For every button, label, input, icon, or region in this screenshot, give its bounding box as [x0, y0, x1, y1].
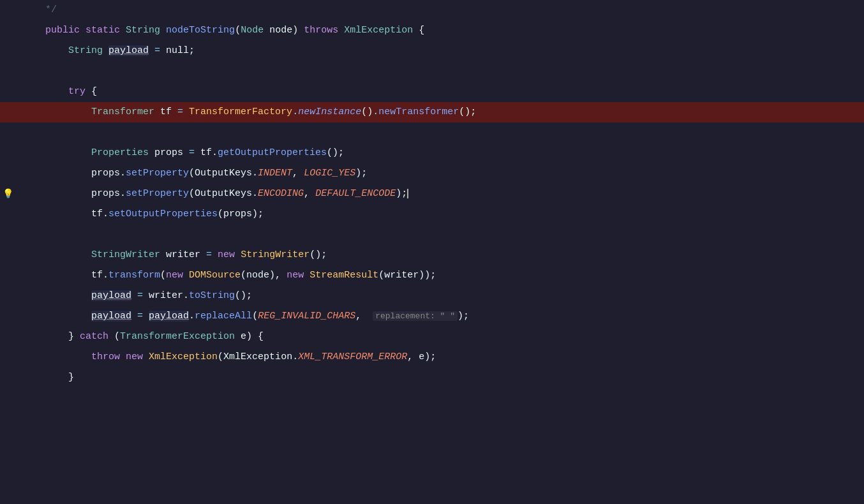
token-constant: REG_INVALID_CHARS [258, 311, 355, 322]
token-plain [143, 352, 149, 362]
token-plain: () [361, 107, 373, 117]
token-plain [212, 249, 218, 260]
token-kw: public [45, 25, 80, 36]
token-method: setOutputProperties [108, 209, 218, 219]
code-line: throw new XmlException(XmlException.XML_… [0, 347, 864, 367]
token-plain [45, 45, 68, 56]
token-plain: tf [154, 107, 177, 117]
token-param-hint: replacement: " " [373, 311, 458, 321]
code-line: public static String nodeToString(Node n… [0, 20, 864, 41]
token-plain [45, 311, 91, 322]
token-plain: node) [264, 25, 304, 36]
token-plain: { [413, 25, 424, 36]
token-plain: ( [108, 331, 120, 342]
line-content: props.setProperty(OutputKeys.ENCODING, D… [35, 186, 864, 202]
token-plain [235, 249, 241, 260]
token-plain: (OutputKeys. [189, 168, 258, 179]
line-content: } catch (TransformerException e) { [35, 329, 864, 345]
token-plain: (); [309, 249, 327, 260]
token-class-name: DOMSource [189, 270, 241, 281]
token-kw: new [166, 270, 183, 281]
token-constant: DEFAULT_ENCODE [315, 188, 396, 199]
token-plain [183, 107, 189, 117]
token-plain: writer. [143, 290, 189, 301]
line-content: StringWriter writer = new StringWriter()… [35, 248, 864, 263]
token-exception: XmlException [344, 25, 413, 36]
line-content: public static String nodeToString(Node n… [35, 23, 864, 38]
token-plain: (); [327, 147, 344, 158]
token-plain [45, 290, 91, 301]
code-line: payload = writer.toString(); [0, 286, 864, 306]
token-plain [131, 290, 137, 301]
token-method: newTransformer [378, 107, 459, 117]
token-plain [45, 352, 91, 362]
token-method-italic: newInstance [298, 107, 361, 117]
code-line: Transformer tf = TransformerFactory.newI… [0, 102, 864, 122]
line-content: tf.transform(new DOMSource(node), new St… [35, 268, 864, 283]
token-type: Transformer [91, 107, 154, 117]
token-plain: props. [45, 168, 126, 179]
code-line: String payload = null; [0, 41, 864, 61]
token-plain: ); [396, 188, 407, 199]
token-plain: (node), [241, 270, 287, 281]
token-plain: (props); [218, 209, 264, 219]
token-class-name: XmlException [149, 352, 218, 362]
token-punct: . [292, 107, 298, 117]
code-line: } catch (TransformerException e) { [0, 327, 864, 347]
token-method: nodeToString [166, 25, 235, 36]
token-plain: , [355, 311, 373, 322]
code-line: Properties props = tf.getOutputPropertie… [0, 143, 864, 163]
code-line: */ [0, 0, 864, 20]
code-line: } [0, 367, 864, 388]
token-plain [45, 147, 91, 158]
code-line: payload = payload.replaceAll(REG_INVALID… [0, 306, 864, 327]
token-method: toString [189, 290, 235, 301]
token-plain [120, 25, 126, 36]
line-content: payload = payload.replaceAll(REG_INVALID… [35, 309, 864, 324]
line-content: Transformer tf = TransformerFactory.newI… [35, 105, 864, 120]
token-plain: props. [45, 188, 126, 199]
line-content: tf.setOutputProperties(props); [35, 207, 864, 222]
token-plain [120, 352, 126, 362]
token-plain: tf. [45, 270, 108, 281]
token-plain [103, 45, 108, 56]
token-plain: } [45, 331, 80, 342]
token-method: getOutputProperties [218, 147, 327, 158]
code-line: StringWriter writer = new StringWriter()… [0, 245, 864, 265]
token-kw: new [287, 270, 304, 281]
token-var-underline: payload [149, 311, 189, 322]
code-line: try { [0, 82, 864, 102]
token-plain [131, 311, 137, 322]
token-plain: (); [459, 107, 476, 117]
token-kw: catch [80, 331, 108, 342]
token-type: StringWriter [91, 249, 160, 260]
token-plain [149, 45, 154, 56]
token-operator: = [137, 290, 143, 301]
token-plain: (XmlException. [218, 352, 298, 362]
code-line [0, 61, 864, 82]
token-plain: ); [458, 311, 469, 322]
token-operator: = [206, 249, 212, 260]
lightbulb-icon[interactable]: 💡 [3, 187, 13, 201]
token-operator: = [189, 147, 195, 158]
token-plain: tf. [195, 147, 218, 158]
token-plain: { [86, 86, 97, 97]
token-comment: */ [45, 4, 57, 15]
code-line [0, 225, 864, 245]
line-content: Properties props = tf.getOutputPropertie… [35, 145, 864, 161]
token-class-name: StringWriter [241, 249, 309, 260]
token-plain [183, 270, 189, 281]
token-kw: new [126, 352, 143, 362]
code-line: tf.transform(new DOMSource(node), new St… [0, 265, 864, 286]
token-plain [45, 107, 91, 117]
token-method: setProperty [126, 168, 189, 179]
token-throws-kw: throws [304, 25, 338, 36]
token-class-name: TransformerFactory [189, 107, 292, 117]
token-kw: try [68, 86, 86, 97]
token-type: Node [241, 25, 264, 36]
token-method: replaceAll [195, 311, 252, 322]
token-plain: ); [355, 168, 367, 179]
token-plain: , [292, 168, 304, 179]
line-content [35, 227, 864, 242]
token-plain: e) { [235, 331, 264, 342]
